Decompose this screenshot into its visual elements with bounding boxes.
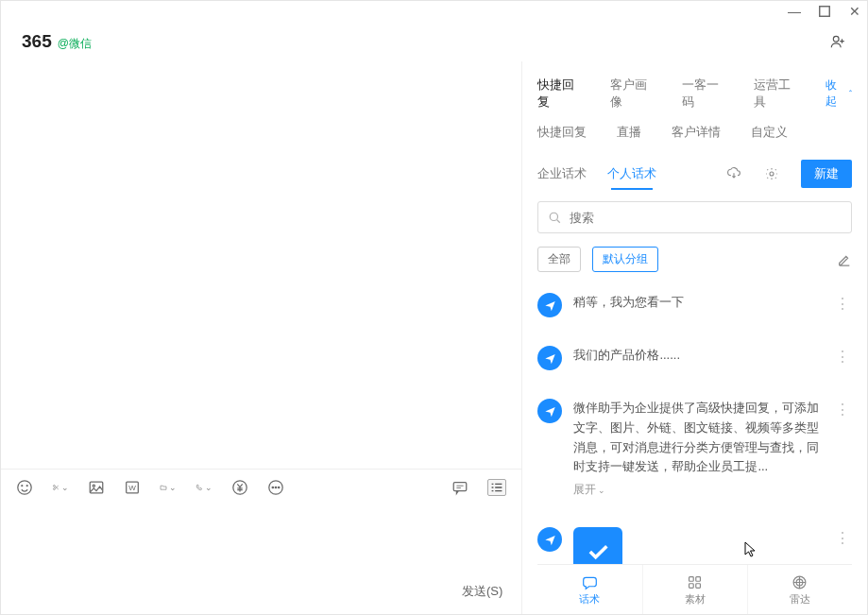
edit-icon[interactable] (837, 252, 852, 267)
minimize-button[interactable]: — (788, 5, 801, 18)
reply-image[interactable] (573, 527, 824, 564)
currency-icon[interactable] (231, 479, 248, 496)
svg-rect-22 (696, 583, 701, 588)
tab-one-code[interactable]: 一客一码 (682, 77, 727, 111)
chip-all[interactable]: 全部 (537, 247, 581, 272)
chat-bubble-icon (582, 574, 598, 590)
svg-point-4 (26, 486, 27, 487)
send-button[interactable]: 发送(S) (462, 583, 502, 600)
maximize-button[interactable] (818, 5, 831, 18)
item-more-icon[interactable]: ⋮ (835, 399, 848, 499)
chip-default-group[interactable]: 默认分组 (592, 247, 658, 272)
reply-list: 稍等，我为您看一下 ⋮ 我们的产品价格...... ⋮ 微伴助手为企业提供了高级… (537, 293, 852, 564)
send-reply-icon[interactable] (537, 293, 562, 317)
contact-source: @微信 (58, 36, 92, 52)
reply-item: 稍等，我为您看一下 ⋮ (537, 293, 848, 317)
svg-point-2 (18, 481, 31, 494)
bottom-nav: 话术 素材 雷达 (537, 564, 852, 615)
item-more-icon[interactable]: ⋮ (835, 293, 848, 317)
reply-text[interactable]: 微伴助手为企业提供了高级快捷回复，可添加文字、图片、外链、图文链接、视频等多类型… (573, 399, 824, 499)
tab-quick-reply[interactable]: 快捷回复 (537, 77, 583, 111)
svg-rect-21 (689, 583, 694, 588)
svg-rect-16 (454, 483, 468, 491)
quote-icon[interactable] (451, 479, 468, 496)
svg-point-15 (278, 487, 279, 487)
search-icon (548, 211, 562, 225)
window-titlebar: — ✕ (1, 1, 867, 22)
word-icon[interactable]: W (124, 479, 141, 496)
nav-script[interactable]: 话术 (537, 565, 642, 615)
reply-text[interactable]: 稍等，我为您看一下 (573, 293, 824, 317)
svg-point-6 (53, 488, 55, 490)
group-chips: 全部 默认分组 (537, 247, 852, 272)
input-toolbar: ⌄ W ⌄ ⌄ (1, 470, 521, 505)
chat-panel: ⌄ W ⌄ ⌄ 发送(S) (1, 61, 522, 615)
folder-icon[interactable]: ⌄ (160, 479, 177, 496)
svg-rect-19 (689, 576, 694, 581)
tab2-custom[interactable]: 自定义 (751, 124, 788, 141)
emoji-icon[interactable] (16, 479, 33, 496)
svg-point-8 (93, 485, 94, 487)
reply-item: 微伴助手为企业提供了高级快捷回复，可添加文字、图片、外链、图文链接、视频等多类型… (537, 399, 848, 499)
cloud-download-icon[interactable] (725, 165, 742, 182)
svg-point-1 (833, 36, 839, 42)
svg-rect-0 (820, 7, 830, 17)
reply-text[interactable]: 我们的产品价格...... (573, 346, 824, 370)
send-reply-icon[interactable] (537, 346, 562, 370)
nav-radar[interactable]: 雷达 (748, 565, 852, 615)
chat-input-area: ⌄ W ⌄ ⌄ 发送(S) (1, 469, 521, 615)
expand-button[interactable]: 展开 ⌄ (573, 481, 824, 499)
search-input[interactable] (570, 211, 842, 225)
add-person-icon[interactable] (829, 33, 846, 50)
secondary-tabs: 快捷回复 直播 客户详情 自定义 (537, 124, 852, 141)
chat-history[interactable] (1, 61, 521, 469)
tab2-live[interactable]: 直播 (617, 124, 641, 141)
list-view-icon[interactable] (487, 479, 506, 496)
contact-name: 365 (22, 31, 52, 52)
svg-point-5 (53, 485, 55, 487)
nav-material[interactable]: 素材 (643, 565, 748, 615)
enterprise-script-tab[interactable]: 企业话术 (537, 165, 587, 182)
side-panel: 快捷回复 客户画像 一客一码 运营工具 收起ˆ 快捷回复 直播 客户详情 自定义… (522, 61, 867, 615)
tab2-quick-reply[interactable]: 快捷回复 (537, 124, 587, 141)
header: 365 @微信 (1, 22, 867, 61)
scissors-icon[interactable]: ⌄ (52, 479, 69, 496)
phone-icon[interactable]: ⌄ (196, 479, 213, 496)
new-button[interactable]: 新建 (801, 160, 852, 188)
primary-tabs: 快捷回复 客户画像 一客一码 运营工具 收起ˆ (537, 77, 852, 111)
tab2-customer-detail[interactable]: 客户详情 (672, 124, 721, 141)
close-button[interactable]: ✕ (848, 5, 861, 18)
svg-point-13 (272, 487, 273, 487)
grid-icon (687, 574, 703, 590)
settings-icon[interactable] (763, 165, 780, 182)
svg-rect-20 (696, 576, 701, 581)
svg-point-18 (551, 213, 558, 220)
personal-script-tab[interactable]: 个人话术 (607, 165, 656, 182)
svg-text:W: W (128, 484, 136, 492)
svg-point-3 (22, 486, 23, 487)
checkmark-image-icon (573, 527, 622, 564)
item-more-icon[interactable]: ⋮ (835, 346, 848, 370)
send-reply-icon[interactable] (537, 527, 562, 552)
svg-point-17 (770, 172, 774, 176)
image-icon[interactable] (88, 479, 105, 496)
reply-item: 我们的产品价格...... ⋮ (537, 346, 848, 370)
item-more-icon[interactable]: ⋮ (835, 527, 848, 564)
script-type-row: 企业话术 个人话术 新建 (537, 160, 852, 188)
svg-point-14 (275, 487, 276, 487)
tab-customer-profile[interactable]: 客户画像 (610, 77, 655, 111)
search-box[interactable] (537, 201, 852, 233)
reply-item: ⋮ (537, 527, 848, 564)
tab-tools[interactable]: 运营工具 (754, 77, 799, 111)
radar-icon (791, 574, 808, 590)
send-reply-icon[interactable] (537, 399, 562, 423)
more-icon[interactable] (267, 479, 284, 496)
collapse-button[interactable]: 收起ˆ (825, 77, 852, 110)
